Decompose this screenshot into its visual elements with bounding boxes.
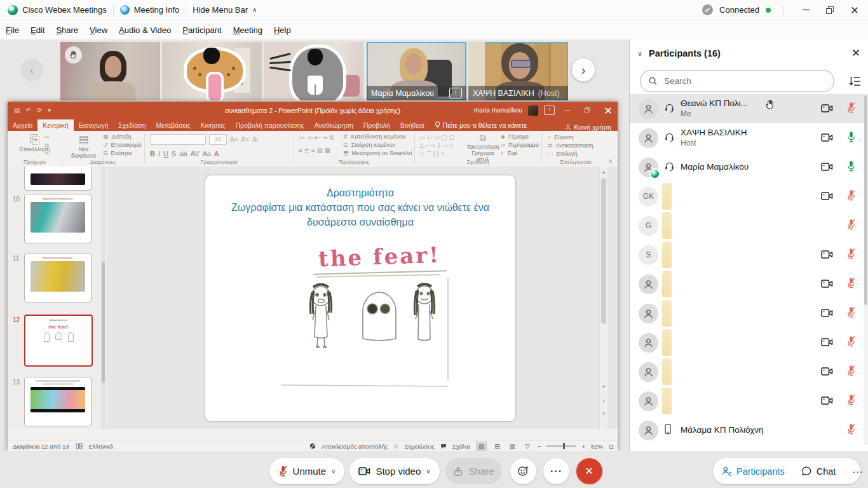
block-sending-label[interactable]: Αποκλεισμός αποστολής [322,443,388,450]
section-button[interactable]: ⊟Ενότητα [103,150,142,156]
scroll-up-icon[interactable]: ▲ [600,168,607,177]
ppt-close-button[interactable] [600,107,614,114]
change-case-button[interactable]: Aa [202,150,210,158]
current-slide[interactable]: Δραστηριότητα Ζωγραφίστε μια κατάσταση π… [205,175,516,422]
arrange-button[interactable]: Τακτοποίηση [466,144,499,150]
menu-item-help[interactable]: Help [268,23,297,37]
camera-icon[interactable] [821,279,833,288]
menu-item-participant[interactable]: Participant [177,23,227,37]
participant-row[interactable] [630,357,868,386]
unmute-button[interactable]: Unmute ∨ [269,458,344,484]
zoom-slider[interactable] [546,445,576,447]
new-slide-icon[interactable]: ▤ [66,133,101,146]
participant-row[interactable]: G [630,211,868,240]
menu-item-audio-video[interactable]: Audio & Video [113,23,177,37]
thumbnail-scrollbar[interactable] [101,166,105,429]
hide-menu-bar-button[interactable]: Hide Menu Bar ∧ [193,5,257,15]
grow-font-icon[interactable]: A˄ [230,136,238,143]
meeting-info-button[interactable]: Meeting Info [120,5,180,15]
shapes-gallery[interactable]: ▭ ∖ ∕ ▭ ◯ ▢△ ⌐ ⇨ ⇩ ▱ ◇☆ ⌒ ( ) ✧ [419,133,463,158]
normal-view-button[interactable]: ▤ [476,442,487,451]
zoom-level[interactable]: 82% [591,443,603,450]
shadow-button[interactable]: S [172,150,176,158]
mic-muted-icon[interactable] [846,394,856,407]
participant-row[interactable]: Μαρία Μαμαλίκου [630,152,868,182]
participant-row[interactable]: GK [630,182,868,211]
italic-button[interactable]: I [158,150,160,158]
slide-thumbnail-11[interactable]: Διαχείριση συναισθημάτων [24,253,92,302]
menu-item-meeting[interactable]: Meeting [227,23,268,37]
video-tile-participant[interactable] [60,42,160,100]
ribbon-tab-0[interactable]: Αρχείο [8,119,37,131]
more-options-button[interactable]: ··· [543,458,569,484]
ribbon-tab-5[interactable]: Κινήσεις [196,119,231,131]
chat-toggle-button[interactable]: Chat [793,458,844,484]
stop-video-button[interactable]: Stop video ∨ [349,458,440,484]
replace-button[interactable]: ⇄Αντικατάσταση [548,142,593,149]
participant-row[interactable] [630,299,868,328]
ribbon-tab-9[interactable]: Βοήθεια [395,119,430,131]
zoom-slider-thumb[interactable] [563,443,565,449]
ribbon-tab-4[interactable]: Μεταβάσεις [151,119,196,131]
mic-muted-icon[interactable] [846,365,856,377]
mic-on-icon[interactable] [846,131,856,144]
camera-icon[interactable] [821,396,833,405]
sort-participants-icon[interactable] [848,74,862,88]
zoom-in-button[interactable]: + [581,443,585,450]
align-buttons[interactable]: ≡ ≣ ≡ ▤ ▦ [299,147,334,154]
paste-icon[interactable]: ⎘ [8,132,62,146]
select-button[interactable]: ⬚Επιλογή [548,151,593,157]
zoom-out-button[interactable]: − [538,443,541,450]
slide-sorter-view-button[interactable]: ⊞ [492,442,501,451]
slide-thumbnail-13[interactable] [24,377,92,426]
mic-muted-icon[interactable] [846,248,856,261]
font-size-box[interactable]: 26 [209,134,227,145]
mic-muted-icon[interactable] [846,219,856,231]
ribbon-tab-6[interactable]: Προβολή παρουσίασης [231,119,309,131]
slide-thumbnail-9-partial[interactable] [24,166,92,191]
camera-icon[interactable] [821,133,833,142]
ribbon-display-options-icon[interactable]: ↑ [544,105,555,115]
shape-fill-button[interactable]: ◆Γέμισμα [501,133,539,140]
video-tile-host[interactable]: ΧΑΨΗ ΒΑΣΙΛΙΚΗ (Host) [468,42,568,100]
align-text-button[interactable]: ⊟Στοίχιση κειμένου [343,142,412,148]
scrollbar-thumb[interactable] [601,178,606,324]
menu-item-view[interactable]: View [84,23,113,37]
unmute-options-chevron[interactable]: ∨ [331,468,336,475]
tell-me-box[interactable]: Πείτε μου τι θέλετε να κάνετε [430,119,532,131]
slide-scrollbar[interactable]: ▲ ▼ ∧ ∨ [599,166,607,429]
slide-thumbnail-10[interactable]: Διαχείριση συναισθημάτων [24,194,92,243]
notes-toggle[interactable]: Σημειώσεις [405,443,435,450]
video-tile-mouse-filter[interactable] [264,42,363,100]
font-color-button[interactable]: A [214,150,219,158]
reset-button[interactable]: ↺Επαναφορά [103,142,142,148]
participant-row[interactable]: Μάλαμα ΚΠ Πολιόχνη [630,416,868,445]
comments-toggle[interactable]: Σχόλια [452,443,470,450]
char-spacing-button[interactable]: AV [191,150,200,158]
mic-muted-icon[interactable] [846,189,856,202]
camera-icon[interactable] [821,162,833,172]
collapse-panel-icon[interactable]: ∨ [637,50,642,58]
next-videos-button[interactable]: › [572,58,595,81]
mic-muted-icon[interactable] [846,306,856,319]
participant-row[interactable] [630,269,868,299]
fit-to-window-button[interactable]: ⊡ [609,443,614,450]
camera-icon[interactable] [821,104,833,113]
slideshow-view-button[interactable]: ▽ [523,442,532,451]
participant-row[interactable]: S [630,240,868,269]
shape-effects-button[interactable]: ◐Εφέ [501,150,539,156]
camera-icon[interactable] [821,367,833,376]
restore-button[interactable] [821,3,839,18]
participant-row[interactable]: Θεανώ ΚΠ Πολι...Me [630,94,868,123]
underline-button[interactable]: U [163,150,168,158]
bold-button[interactable]: B [150,150,155,158]
font-name-box[interactable] [150,134,206,145]
arrange-icon[interactable]: ⧉ [466,133,499,144]
camera-icon[interactable] [821,250,833,259]
shape-outline-button[interactable]: ▱Περίγραμμα [501,142,539,148]
smartart-button[interactable]: ⬒Μετατροπή σε SmartArt [343,150,412,156]
slide-thumbnail-12[interactable]: Δραστηριότητα the fear! [24,315,93,367]
layout-button[interactable]: ▦Διάταξη [103,133,142,140]
menu-item-edit[interactable]: Edit [25,23,50,37]
previous-slide-icon[interactable]: ∧ [600,396,607,405]
